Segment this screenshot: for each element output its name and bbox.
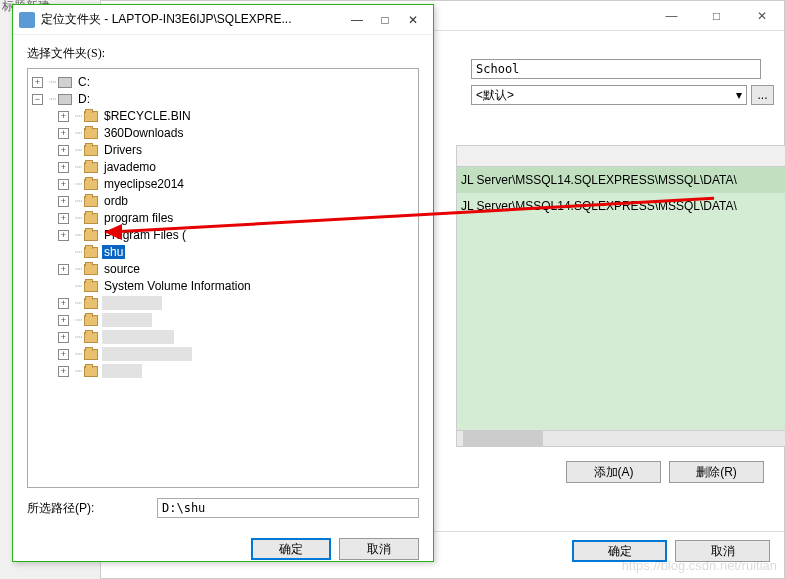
folder-tree[interactable]: +┈ C: −┈ D: +┈$RECYCLE.BIN +┈360Download… (27, 68, 419, 488)
fg-titlebar[interactable]: 定位文件夹 - LAPTOP-IN3E6IJP\SQLEXPRE... — □ … (13, 5, 433, 35)
row-path: JL Server\MSSQL14.SQLEXPRESS\MSSQL\DATA\ (461, 199, 737, 213)
tree-node-redacted[interactable]: +┈ (30, 329, 416, 345)
collapse-icon[interactable]: − (32, 94, 43, 105)
expand-icon[interactable]: + (58, 298, 69, 309)
maximize-button[interactable]: □ (371, 9, 399, 31)
scrollbar-thumb[interactable] (463, 431, 543, 446)
folder-icon (84, 196, 98, 207)
node-label: Program Files ( (102, 228, 188, 242)
watermark: https://blog.csdn.net/ruitian (622, 558, 777, 573)
folder-icon (84, 281, 98, 292)
redacted-label (102, 330, 174, 344)
tree-node-redacted[interactable]: +┈ (30, 346, 416, 362)
ok-button[interactable]: 确定 (251, 538, 331, 560)
tree-node[interactable]: +┈360Downloads (30, 125, 416, 141)
select-folder-label: 选择文件夹(S): (27, 45, 419, 62)
selected-path-input[interactable] (157, 498, 419, 518)
tree-node[interactable]: ┈System Volume Information (30, 278, 416, 294)
node-label: program files (102, 211, 175, 225)
tree-node-drive-d[interactable]: −┈ D: (30, 91, 416, 107)
tree-node[interactable]: +┈program files (30, 210, 416, 226)
files-table: 文件名 JL Server\MSSQL14.SQLEXPRESS\MSSQL\D… (456, 145, 785, 447)
add-button[interactable]: 添加(A) (566, 461, 661, 483)
node-label: myeclipse2014 (102, 177, 186, 191)
expand-icon[interactable]: + (58, 179, 69, 190)
expand-icon[interactable]: + (58, 145, 69, 156)
folder-icon (84, 179, 98, 190)
folder-icon (84, 247, 98, 258)
node-label: C: (76, 75, 92, 89)
tree-node-drive-c[interactable]: +┈ C: (30, 74, 416, 90)
owner-select[interactable]: <默认> ▾ (471, 85, 747, 105)
expand-icon[interactable]: + (58, 111, 69, 122)
tree-node[interactable]: +┈Program Files ( (30, 227, 416, 243)
tree-node[interactable]: +┈myeclipse2014 (30, 176, 416, 192)
node-label: ordb (102, 194, 130, 208)
node-label: D: (76, 92, 92, 106)
folder-icon (84, 332, 98, 343)
drive-icon (58, 94, 72, 105)
folder-icon (84, 213, 98, 224)
node-label: 360Downloads (102, 126, 185, 140)
node-label: Drivers (102, 143, 144, 157)
expand-icon[interactable]: + (58, 366, 69, 377)
close-button[interactable]: ✕ (399, 9, 427, 31)
tree-node-redacted[interactable]: +┈ (30, 312, 416, 328)
redacted-label (102, 296, 162, 310)
fg-dialog-buttons: 确定 取消 (13, 528, 433, 560)
table-body: JL Server\MSSQL14.SQLEXPRESS\MSSQL\DATA\… (456, 167, 785, 447)
close-button[interactable]: ✕ (739, 1, 784, 31)
node-label: javademo (102, 160, 158, 174)
tree-node[interactable]: +┈javademo (30, 159, 416, 175)
fg-body: 选择文件夹(S): +┈ C: −┈ D: +┈$RECYCLE.BIN +┈3… (13, 35, 433, 528)
expand-icon[interactable]: + (58, 332, 69, 343)
folder-icon (84, 230, 98, 241)
app-icon (19, 12, 35, 28)
h-scrollbar[interactable]: ▸ (457, 430, 785, 446)
redacted-label (102, 364, 142, 378)
locate-folder-dialog: 定位文件夹 - LAPTOP-IN3E6IJP\SQLEXPRE... — □ … (12, 4, 434, 562)
expand-icon[interactable]: + (58, 162, 69, 173)
maximize-button[interactable]: □ (694, 1, 739, 31)
expand-icon[interactable]: + (58, 315, 69, 326)
redacted-label (102, 347, 192, 361)
folder-icon (84, 366, 98, 377)
folder-icon (84, 298, 98, 309)
expand-icon[interactable]: + (32, 77, 43, 88)
expand-icon[interactable]: + (58, 128, 69, 139)
tree-node[interactable]: +┈source (30, 261, 416, 277)
db-name-input[interactable] (471, 59, 761, 79)
node-label: source (102, 262, 142, 276)
cancel-button[interactable]: 取消 (339, 538, 419, 560)
minimize-button[interactable]: — (343, 9, 371, 31)
tree-node[interactable]: +┈ordb (30, 193, 416, 209)
folder-icon (84, 145, 98, 156)
dialog-title: 定位文件夹 - LAPTOP-IN3E6IJP\SQLEXPRE... (41, 11, 343, 28)
expand-icon[interactable]: + (58, 230, 69, 241)
expand-icon[interactable]: + (58, 213, 69, 224)
selected-path-label: 所选路径(P): (27, 500, 157, 517)
owner-select-value: <默认> (476, 87, 514, 104)
folder-icon (84, 111, 98, 122)
tree-node-selected[interactable]: ┈shu (30, 244, 416, 260)
remove-button[interactable]: 删除(R) (669, 461, 764, 483)
tree-node-redacted[interactable]: +┈ (30, 295, 416, 311)
minimize-button[interactable]: — (649, 1, 694, 31)
tree-node[interactable]: +┈$RECYCLE.BIN (30, 108, 416, 124)
folder-icon (84, 264, 98, 275)
table-header: 文件名 (456, 145, 785, 167)
expand-blank (58, 281, 69, 292)
chevron-down-icon: ▾ (736, 88, 742, 102)
tree-node-redacted[interactable]: +┈ (30, 363, 416, 379)
expand-icon[interactable]: + (58, 196, 69, 207)
folder-icon (84, 128, 98, 139)
owner-browse-button[interactable]: ... (751, 85, 774, 105)
redacted-label (102, 313, 152, 327)
expand-icon[interactable]: + (58, 264, 69, 275)
tree-node[interactable]: +┈Drivers (30, 142, 416, 158)
row-path: JL Server\MSSQL14.SQLEXPRESS\MSSQL\DATA\ (461, 173, 737, 187)
table-row[interactable]: JL Server\MSSQL14.SQLEXPRESS\MSSQL\DATA\… (457, 167, 785, 193)
table-row[interactable]: JL Server\MSSQL14.SQLEXPRESS\MSSQL\DATA\… (457, 193, 785, 219)
folder-icon (84, 349, 98, 360)
expand-icon[interactable]: + (58, 349, 69, 360)
